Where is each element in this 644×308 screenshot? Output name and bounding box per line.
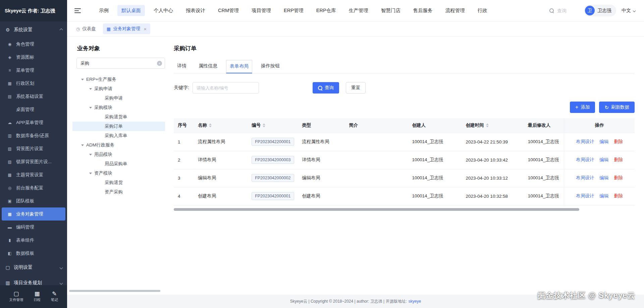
sidebar-item-菜单管理[interactable]: ≡菜单管理 bbox=[2, 64, 65, 77]
nav-item-CRM管理[interactable]: CRM管理 bbox=[214, 5, 243, 16]
delete-link[interactable]: 删除 bbox=[614, 157, 623, 162]
nav-item-项目管理[interactable]: 项目管理 bbox=[248, 5, 275, 16]
sort-icons[interactable] bbox=[263, 123, 265, 127]
tree-node-采购退货[interactable]: 采购退货 bbox=[72, 178, 165, 187]
sidebar-item-业务对象管理[interactable]: ▦业务对象管理 bbox=[2, 207, 65, 221]
chevron-down-icon bbox=[633, 9, 636, 12]
tree-node-ADM行政服务[interactable]: ADM行政服务 bbox=[72, 140, 165, 150]
sort-desc-icon[interactable] bbox=[263, 126, 265, 127]
layout-design-link[interactable]: 布局设计 bbox=[576, 139, 594, 144]
footer-text: Skyeye云 | Copyright © 2018~2024 | author… bbox=[290, 299, 407, 304]
note-button[interactable]: ✎笔记 bbox=[51, 291, 58, 302]
tree-node-采购退货单[interactable]: 采购退货单 bbox=[72, 112, 165, 122]
edit-link[interactable]: 编辑 bbox=[599, 193, 608, 198]
nav-item-ERP仓库[interactable]: ERP仓库 bbox=[312, 5, 340, 16]
search-button[interactable]: 查询 bbox=[313, 82, 339, 94]
nav-item-报表设计[interactable]: 报表设计 bbox=[182, 5, 209, 16]
tree-node-用品模块[interactable]: 用品模块 bbox=[72, 150, 165, 159]
nav-item-售后服务[interactable]: 售后服务 bbox=[409, 5, 437, 16]
delete-link[interactable]: 删除 bbox=[614, 193, 623, 198]
edit-link[interactable]: 编辑 bbox=[599, 175, 608, 180]
sidebar-item-APP菜单管理[interactable]: ☁APP菜单管理 bbox=[2, 116, 65, 129]
sidebar-section-help-settings[interactable]: ▢ 说明设置 bbox=[0, 260, 67, 275]
sidebar-section-system-settings[interactable]: ⚙ 系统设置 bbox=[0, 22, 67, 38]
tree-node-ERP+生产服务[interactable]: ERP+生产服务 bbox=[72, 75, 165, 84]
sidebar-item-编码管理[interactable]: ▬编码管理 bbox=[2, 221, 65, 234]
layout-design-link[interactable]: 布局设计 bbox=[576, 157, 594, 162]
tree-node-采购申请[interactable]: 采购申请 bbox=[72, 94, 165, 103]
sidebar-item-前台服务配置[interactable]: ◎前台服务配置 bbox=[2, 181, 65, 194]
hamburger-menu-icon[interactable] bbox=[74, 8, 81, 13]
tree-horizontal-scrollbar[interactable] bbox=[69, 290, 160, 292]
nav-item-示例[interactable]: 示例 bbox=[95, 5, 113, 16]
user-menu[interactable]: 卫 卫志强 bbox=[584, 5, 616, 16]
tree-node-采购订单[interactable]: 采购订单 bbox=[72, 122, 165, 131]
refresh-button[interactable]: ↻ 刷新数据 bbox=[599, 102, 635, 113]
sidebar-item-数据模板[interactable]: ◧数据模板 bbox=[2, 247, 65, 260]
sidebar-item-团队模板[interactable]: ▣团队模板 bbox=[2, 194, 65, 207]
tree-node-采购申请[interactable]: 采购申请 bbox=[72, 84, 165, 94]
sidebar-item-资源图标[interactable]: ◈资源图标 bbox=[2, 51, 65, 64]
clear-icon[interactable]: × bbox=[157, 61, 162, 66]
tree-search-input[interactable] bbox=[76, 58, 165, 69]
column-header-类型: 类型 bbox=[298, 118, 345, 133]
edit-link[interactable]: 编辑 bbox=[599, 139, 608, 144]
data-template-icon: ◧ bbox=[6, 251, 13, 256]
sidebar-item-数据库备份/还原[interactable]: ▥数据库备份/还原 bbox=[2, 129, 65, 142]
reset-button[interactable]: 重置 bbox=[346, 82, 366, 94]
nav-item-生产管理[interactable]: 生产管理 bbox=[345, 5, 372, 16]
tab-仪表盘[interactable]: ◷仪表盘 bbox=[72, 23, 100, 34]
sidebar-item-桌面管理[interactable]: 桌面管理 bbox=[2, 103, 65, 116]
language-selector[interactable]: 中文 bbox=[622, 8, 635, 14]
sort-asc-icon[interactable] bbox=[263, 123, 265, 125]
sidebar-item-角色管理[interactable]: ◉角色管理 bbox=[2, 38, 65, 51]
tab-操作按钮[interactable]: 操作按钮 bbox=[258, 60, 283, 73]
delete-link[interactable]: 删除 bbox=[614, 175, 623, 180]
sidebar-item-锁屏背景图片设...[interactable]: ▨锁屏背景图片设... bbox=[2, 155, 65, 168]
calendar-button[interactable]: ▦日程 bbox=[34, 291, 41, 302]
column-header-创建时间[interactable]: 创建时间 bbox=[462, 118, 524, 133]
tab-详情[interactable]: 详情 bbox=[174, 60, 190, 73]
nav-item-默认桌面[interactable]: 默认桌面 bbox=[117, 5, 145, 16]
sort-icons[interactable] bbox=[486, 123, 489, 127]
topbar-search-input[interactable] bbox=[557, 8, 579, 13]
nav-item-智慧门店[interactable]: 智慧门店 bbox=[377, 5, 405, 16]
tree-node-资产模块[interactable]: 资产模块 bbox=[72, 169, 165, 178]
sort-asc-icon[interactable] bbox=[209, 123, 212, 125]
sort-desc-icon[interactable] bbox=[209, 126, 212, 127]
nav-item-行政[interactable]: 行政 bbox=[474, 5, 491, 16]
nav-item-个人中心[interactable]: 个人中心 bbox=[150, 5, 177, 16]
column-header-编号[interactable]: 编号 bbox=[248, 118, 298, 133]
nav-item-流程管理[interactable]: 流程管理 bbox=[441, 5, 469, 16]
tree-node-用品采购单[interactable]: 用品采购单 bbox=[72, 159, 165, 169]
sort-asc-icon[interactable] bbox=[486, 123, 489, 125]
sidebar-section-project-planning[interactable]: ▥ 项目业务规划 bbox=[0, 275, 67, 285]
keyword-input[interactable] bbox=[193, 82, 259, 94]
tree-node-采购模块[interactable]: 采购模块 bbox=[72, 103, 165, 112]
close-icon[interactable]: × bbox=[144, 26, 147, 32]
files-button[interactable]: ▢文件管理 bbox=[9, 291, 23, 302]
table-horizontal-scrollbar[interactable] bbox=[174, 208, 635, 211]
delete-link[interactable]: 删除 bbox=[614, 139, 623, 144]
layout-design-link[interactable]: 布局设计 bbox=[576, 193, 594, 198]
sidebar-item-背景图片设置[interactable]: ▧背景图片设置 bbox=[2, 142, 65, 155]
topbar-search[interactable] bbox=[549, 8, 579, 13]
sidebar-item-表单组件[interactable]: ▮表单组件 bbox=[2, 234, 65, 247]
sort-desc-icon[interactable] bbox=[486, 126, 489, 127]
nav-item-ERP管理[interactable]: ERP管理 bbox=[280, 5, 308, 16]
add-button[interactable]: + 添加 bbox=[570, 102, 595, 113]
tree-node-采购入库单[interactable]: 采购入库单 bbox=[72, 131, 165, 140]
column-header-名称[interactable]: 名称 bbox=[194, 118, 248, 133]
sidebar-item-行政区划[interactable]: ▦行政区划 bbox=[2, 77, 65, 90]
tree-node-资产采购[interactable]: 资产采购 bbox=[72, 187, 165, 197]
tab-表单布局[interactable]: 表单布局 bbox=[226, 60, 252, 73]
cell-no: 3 bbox=[174, 169, 194, 187]
edit-link[interactable]: 编辑 bbox=[599, 157, 608, 162]
layout-design-link[interactable]: 布局设计 bbox=[576, 175, 594, 180]
tab-属性信息[interactable]: 属性信息 bbox=[195, 60, 221, 73]
footer-link[interactable]: skyeye bbox=[409, 299, 421, 304]
sort-icons[interactable] bbox=[209, 123, 212, 127]
sidebar-item-系统基础设置[interactable]: ▤系统基础设置 bbox=[2, 90, 65, 103]
tab-业务对象管理[interactable]: ▦业务对象管理× bbox=[103, 23, 150, 34]
sidebar-item-主题背景设置[interactable]: ▩主题背景设置 bbox=[2, 168, 65, 181]
